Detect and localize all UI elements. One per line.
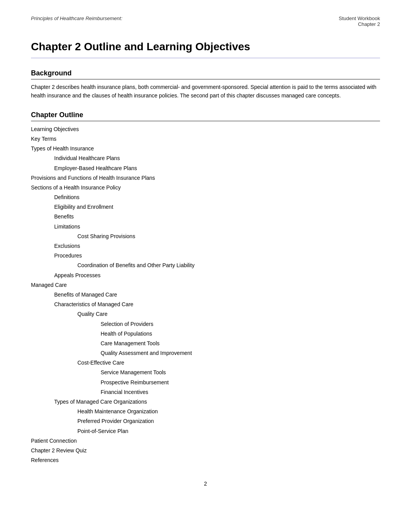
header-right: Student Workbook Chapter 2 [339, 15, 380, 27]
outline-item: Characteristics of Managed Care [31, 300, 380, 309]
outline-item: Financial Incentives [31, 387, 380, 397]
outline-item: Exclusions [31, 241, 380, 251]
page: Principles of Healthcare Reimbursement: … [0, 0, 411, 532]
outline-item: Prospective Reimbursement [31, 378, 380, 387]
outline-item: Benefits of Managed Care [31, 290, 380, 300]
outline-item: Coordination of Benefits and Other Party… [31, 261, 380, 270]
outline-item: Benefits [31, 212, 380, 222]
chapter-title: Chapter 2 Outline and Learning Objective… [31, 41, 380, 58]
outline-item: Definitions [31, 193, 380, 202]
background-heading: Background [31, 69, 380, 80]
outline-item: Quality Care [31, 309, 380, 319]
outline-list: Learning ObjectivesKey TermsTypes of Hea… [31, 124, 380, 466]
header-right-line2: Chapter 2 [339, 21, 380, 27]
header-right-line1: Student Workbook [339, 15, 380, 21]
outline-item: Eligibility and Enrollment [31, 202, 380, 212]
background-section: Background Chapter 2 describes health in… [31, 69, 380, 100]
outline-item: Provisions and Functions of Health Insur… [31, 173, 380, 183]
outline-item: Cost Sharing Provisions [31, 232, 380, 241]
outline-item: Key Terms [31, 134, 380, 144]
outline-section: Chapter Outline Learning ObjectivesKey T… [31, 111, 380, 466]
outline-item: Preferred Provider Organization [31, 416, 380, 426]
outline-item: Employer-Based Healthcare Plans [31, 164, 380, 173]
outline-item: Health Maintenance Organization [31, 407, 380, 416]
page-header: Principles of Healthcare Reimbursement: … [31, 15, 380, 29]
header-left: Principles of Healthcare Reimbursement: [31, 15, 122, 21]
outline-item: References [31, 455, 380, 465]
outline-item: Chapter 2 Review Quiz [31, 446, 380, 455]
outline-item: Service Management Tools [31, 368, 380, 377]
outline-item: Cost-Effective Care [31, 358, 380, 368]
background-text: Chapter 2 describes health insurance pla… [31, 83, 380, 100]
outline-item: Selection of Providers [31, 319, 380, 329]
outline-item: Procedures [31, 251, 380, 261]
outline-item: Limitations [31, 222, 380, 232]
outline-item: Learning Objectives [31, 124, 380, 134]
outline-item: Appeals Processes [31, 271, 380, 280]
outline-item: Managed Care [31, 280, 380, 290]
outline-item: Care Management Tools [31, 339, 380, 348]
outline-item: Health of Populations [31, 329, 380, 339]
outline-item: Quality Assessment and Improvement [31, 348, 380, 358]
outline-item: Types of Managed Care Organizations [31, 397, 380, 407]
outline-item: Point-of-Service Plan [31, 426, 380, 436]
page-number: 2 [31, 481, 380, 487]
outline-item: Patient Connection [31, 436, 380, 446]
outline-item: Types of Health Insurance [31, 144, 380, 153]
outline-item: Sections of a Health Insurance Policy [31, 183, 380, 193]
outline-heading: Chapter Outline [31, 111, 380, 121]
outline-item: Individual Healthcare Plans [31, 153, 380, 163]
